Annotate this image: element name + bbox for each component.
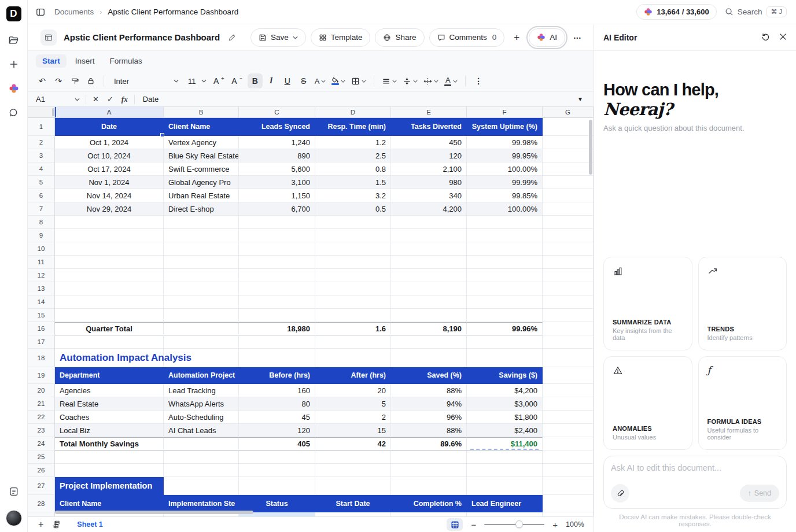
cell-G12[interactable] bbox=[543, 269, 594, 282]
row-header-26[interactable]: 26 bbox=[28, 464, 55, 477]
cell-E4[interactable]: 2,100 bbox=[391, 162, 467, 176]
cell-A11[interactable] bbox=[55, 256, 164, 269]
cell-C21[interactable]: 80 bbox=[239, 397, 315, 411]
bold-button[interactable]: B bbox=[248, 73, 263, 88]
cell-D7[interactable]: 0.5 bbox=[315, 202, 391, 216]
save-button[interactable]: Save bbox=[250, 28, 306, 47]
cell-B13[interactable] bbox=[164, 282, 239, 295]
attach-file-button[interactable] bbox=[611, 484, 629, 503]
add-sheet-button[interactable]: + bbox=[38, 519, 43, 530]
cell-B4[interactable]: Swift E-commerce bbox=[164, 162, 239, 176]
cell-G19[interactable] bbox=[543, 367, 594, 384]
cell-B6[interactable]: Urban Real Estate bbox=[164, 189, 239, 202]
cell-F8[interactable] bbox=[467, 216, 543, 229]
template-button[interactable]: Template bbox=[311, 28, 371, 47]
cell-D9[interactable] bbox=[315, 229, 391, 242]
cell-G26[interactable] bbox=[543, 464, 594, 477]
row-header-21[interactable]: 21 bbox=[28, 397, 55, 411]
cell-C2[interactable]: 1,240 bbox=[239, 136, 315, 149]
cell-E28[interactable]: Completion % bbox=[391, 495, 467, 512]
cell-G14[interactable] bbox=[543, 295, 594, 309]
cell-E29[interactable] bbox=[391, 512, 467, 516]
cell-A26[interactable] bbox=[55, 464, 164, 477]
cell-B1[interactable]: Client Name bbox=[164, 118, 239, 136]
cell-D22[interactable]: 2 bbox=[315, 411, 391, 424]
rename-pencil-icon[interactable] bbox=[228, 34, 236, 42]
cell-E14[interactable] bbox=[391, 295, 467, 309]
row-header-17[interactable]: 17 bbox=[28, 335, 55, 349]
row-header-20[interactable]: 20 bbox=[28, 384, 55, 397]
cell-E7[interactable]: 4,200 bbox=[391, 202, 467, 216]
cell-F16[interactable]: 99.96% bbox=[467, 322, 543, 335]
cell-C14[interactable] bbox=[239, 295, 315, 309]
cell-D12[interactable] bbox=[315, 269, 391, 282]
cell-C7[interactable]: 6,700 bbox=[239, 202, 315, 216]
comments-button[interactable]: Comments 0 bbox=[429, 28, 505, 47]
clipboard-icon[interactable] bbox=[8, 486, 20, 497]
cell-A25[interactable] bbox=[55, 450, 164, 464]
cell-F28[interactable]: Lead Engineer bbox=[467, 495, 543, 512]
ai-card-formula-ideas[interactable]: ƒFORMULA IDEASUseful formulas to conside… bbox=[698, 356, 787, 450]
horizontal-align-button[interactable] bbox=[379, 73, 399, 88]
cell-B23[interactable]: AI Chat Leads bbox=[164, 424, 239, 437]
row-header-27[interactable]: 27 bbox=[28, 477, 55, 495]
cell-B28[interactable]: Implementation Ste bbox=[164, 495, 239, 512]
row-header-8[interactable]: 8 bbox=[28, 216, 55, 229]
cell-C19[interactable]: Before (hrs) bbox=[239, 367, 315, 384]
cell-D15[interactable] bbox=[315, 309, 391, 322]
ai-sparkle-icon[interactable] bbox=[8, 83, 20, 94]
cell-G27[interactable] bbox=[543, 477, 594, 495]
cell-F15[interactable] bbox=[467, 309, 543, 322]
cell-B10[interactable] bbox=[164, 242, 239, 256]
cell-D25[interactable] bbox=[315, 450, 391, 464]
row-header-7[interactable]: 7 bbox=[28, 202, 55, 216]
cell-A22[interactable]: Coaches bbox=[55, 411, 164, 424]
cell-F13[interactable] bbox=[467, 282, 543, 295]
cell-C18[interactable] bbox=[239, 349, 315, 367]
cell-A3[interactable]: Oct 10, 2024 bbox=[55, 149, 164, 162]
cell-B16[interactable] bbox=[164, 322, 239, 335]
cell-C23[interactable]: 120 bbox=[239, 424, 315, 437]
cell-D23[interactable]: 15 bbox=[315, 424, 391, 437]
document-title[interactable]: Apstic Client Performance Dashboard bbox=[64, 32, 220, 42]
row-header-16[interactable]: 16 bbox=[28, 322, 55, 335]
cell-D21[interactable]: 5 bbox=[315, 397, 391, 411]
cell-B11[interactable] bbox=[164, 256, 239, 269]
cell-G17[interactable] bbox=[543, 335, 594, 349]
cell-G4[interactable] bbox=[543, 162, 594, 176]
formula-bar-expand-button[interactable]: ▼ bbox=[577, 96, 587, 102]
row-header-3[interactable]: 3 bbox=[28, 149, 55, 162]
cell-G22[interactable] bbox=[543, 411, 594, 424]
cell-B25[interactable] bbox=[164, 450, 239, 464]
cell-E12[interactable] bbox=[391, 269, 467, 282]
cell-F5[interactable]: 99.99% bbox=[467, 176, 543, 189]
tab-start[interactable]: Start bbox=[36, 54, 67, 68]
cell-D29[interactable] bbox=[315, 512, 391, 516]
horizontal-scrollbar[interactable] bbox=[55, 511, 253, 514]
cell-F20[interactable]: $4,200 bbox=[467, 384, 543, 397]
cell-E9[interactable] bbox=[391, 229, 467, 242]
cell-D5[interactable]: 1.5 bbox=[315, 176, 391, 189]
text-wrap-button[interactable] bbox=[421, 73, 441, 88]
folder-icon[interactable] bbox=[8, 34, 20, 46]
row-header-28[interactable]: 28 bbox=[28, 495, 55, 512]
cell-D26[interactable] bbox=[315, 464, 391, 477]
cell-D8[interactable] bbox=[315, 216, 391, 229]
cell-C5[interactable]: 3,100 bbox=[239, 176, 315, 189]
vertical-scrollbar[interactable] bbox=[589, 120, 592, 175]
cell-A7[interactable]: Nov 29, 2024 bbox=[55, 202, 164, 216]
cell-D18[interactable] bbox=[315, 349, 391, 367]
cell-A13[interactable] bbox=[55, 282, 164, 295]
cell-A20[interactable]: Agencies bbox=[55, 384, 164, 397]
font-color-button[interactable]: A bbox=[442, 73, 460, 88]
text-color-button[interactable]: A bbox=[312, 73, 329, 88]
cell-B2[interactable]: Vertex Agency bbox=[164, 136, 239, 149]
cell-G20[interactable] bbox=[543, 384, 594, 397]
cell-A14[interactable] bbox=[55, 295, 164, 309]
cell-G25[interactable] bbox=[543, 450, 594, 464]
cell-name-box[interactable]: A1 bbox=[32, 95, 83, 104]
cell-G15[interactable] bbox=[543, 309, 594, 322]
undo-button[interactable]: ↶ bbox=[35, 73, 50, 88]
cell-G7[interactable] bbox=[543, 202, 594, 216]
cell-B14[interactable] bbox=[164, 295, 239, 309]
